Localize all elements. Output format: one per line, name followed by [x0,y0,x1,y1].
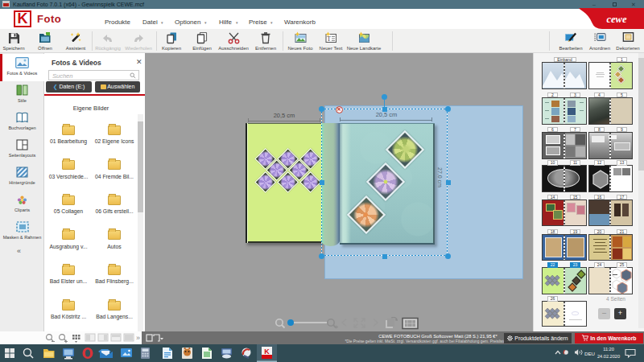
svg-text:K: K [264,348,270,356]
svg-text:»: » [136,334,140,342]
svg-text:T: T [327,35,331,43]
svg-text:cewe: cewe [607,14,627,25]
